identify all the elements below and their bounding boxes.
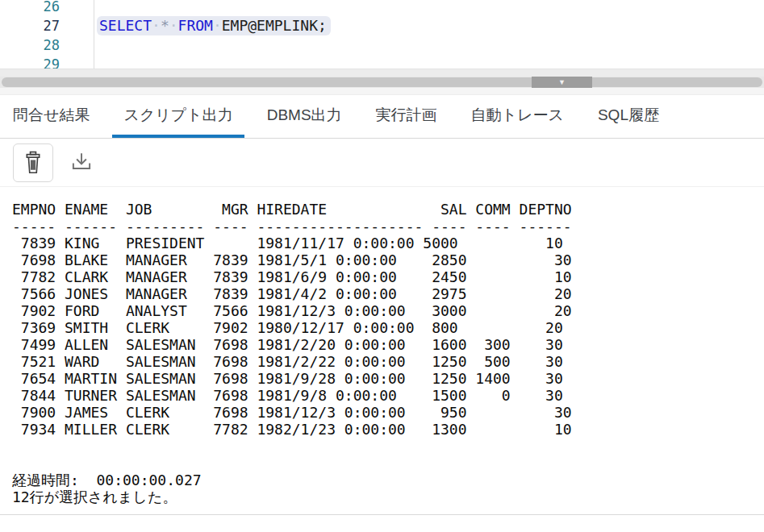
sql-token-ws: ·	[213, 17, 222, 34]
clear-output-button[interactable]	[13, 143, 53, 182]
panel-gap	[0, 88, 764, 95]
trash-icon	[23, 151, 44, 174]
sql-token-ws: ·	[152, 17, 161, 34]
sql-token-plain: EMP@EMPLINK;	[222, 17, 327, 34]
sql-statement-highlight[interactable]: SELECT·*·FROM·EMP@EMPLINK;	[97, 16, 331, 35]
editor-line-current: 27 SELECT·*·FROM·EMP@EMPLINK;	[0, 16, 764, 35]
editor-horizontal-scrollbar[interactable]	[0, 69, 764, 77]
editor-lines: 26 27 SELECT·*·FROM·EMP@EMPLINK; 28 29	[0, 0, 764, 69]
tab-sql-history[interactable]: SQL履歴	[587, 95, 670, 138]
tab-explain-plan[interactable]: 実行計画	[365, 95, 449, 138]
download-icon	[69, 150, 94, 176]
line-number: 27	[0, 16, 94, 35]
sql-editor[interactable]: 26 27 SELECT·*·FROM·EMP@EMPLINK; 28 29	[0, 0, 764, 69]
code-line[interactable]	[94, 35, 97, 55]
bottom-divider	[0, 514, 764, 530]
tab-autotrace[interactable]: 自動トレース	[460, 95, 575, 138]
tab-dbms-output[interactable]: DBMS出力	[256, 95, 353, 138]
sql-token-keyword: FROM	[178, 17, 213, 34]
tab-script-output[interactable]: スクリプト出力	[112, 95, 244, 138]
line-number: 26	[0, 0, 94, 16]
script-output-text: EMPNO ENAME JOB MGR HIREDATE SAL COMM DE…	[0, 187, 764, 505]
editor-line: 29	[0, 55, 764, 69]
code-line[interactable]	[94, 55, 97, 69]
code-line[interactable]	[94, 0, 97, 16]
pane-splitter[interactable]: ▼	[0, 77, 764, 88]
triangle-down-icon: ▼	[558, 77, 566, 88]
sql-token-ws: ·	[169, 17, 178, 34]
sql-token-operator: *	[161, 17, 169, 34]
line-number: 28	[0, 35, 94, 55]
editor-line: 28	[0, 35, 764, 55]
line-number: 29	[0, 55, 94, 69]
splitter-collapse-button[interactable]: ▼	[532, 77, 592, 88]
download-output-button[interactable]	[66, 143, 97, 182]
editor-line: 26	[0, 0, 764, 16]
script-output-toolbar	[0, 139, 764, 187]
tab-query-result[interactable]: 問合せ結果	[2, 95, 101, 138]
sql-token-keyword: SELECT	[99, 17, 152, 34]
code-line[interactable]: SELECT·*·FROM·EMP@EMPLINK;	[94, 16, 331, 35]
splitter-scrollbar-thumb[interactable]	[2, 77, 762, 87]
results-tabbar: 問合せ結果 スクリプト出力 DBMS出力 実行計画 自動トレース SQL履歴	[0, 95, 764, 139]
